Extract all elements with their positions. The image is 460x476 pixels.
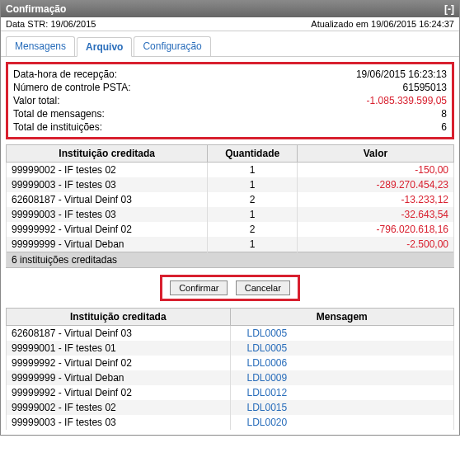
- summary-value-mensagens: 8: [441, 108, 447, 120]
- message-link[interactable]: LDL0020: [247, 417, 288, 428]
- cell-instituicao: 99999992 - Virtual Deinf 02: [7, 222, 208, 237]
- cell-instituicao: 62608187 - Virtual Deinf 03: [7, 326, 231, 342]
- button-row: Confirmar Cancelar: [6, 268, 454, 308]
- messages-table: Instituição creditada Mensagem 62608187 …: [6, 308, 454, 430]
- cell-instituicao: 62608187 - Virtual Deinf 03: [7, 192, 208, 207]
- cell-instituicao: 99999999 - Virtual Deban: [7, 237, 208, 252]
- table-row: 99999992 - Virtual Deinf 022-796.020.618…: [7, 222, 454, 237]
- cell-valor: -289.270.454,23: [297, 177, 453, 192]
- button-highlight-box: Confirmar Cancelar: [160, 275, 300, 301]
- table-row: 99999001 - IF testes 01LDL0005: [7, 341, 454, 356]
- cell-instituicao: 99999003 - IF testes 03: [7, 415, 231, 430]
- message-link[interactable]: LDL0015: [247, 402, 288, 413]
- cancel-button[interactable]: Cancelar: [236, 280, 290, 295]
- table-row: 99999999 - Virtual DebanLDL0009: [7, 370, 454, 385]
- table-row: 99999992 - Virtual Deinf 02LDL0012: [7, 385, 454, 400]
- cell-mensagem: LDL0020: [230, 415, 454, 430]
- message-link[interactable]: LDL0005: [247, 342, 288, 354]
- col-header-instituicao: Instituição creditada: [7, 145, 208, 163]
- summary-box: Data-hora de recepção: 19/06/2015 16:23:…: [6, 62, 454, 139]
- cell-quantidade: 1: [208, 237, 298, 252]
- cell-instituicao: 99999002 - IF testes 02: [7, 163, 208, 178]
- cell-instituicao: 99999003 - IF testes 03: [7, 207, 208, 222]
- content-area: Data-hora de recepção: 19/06/2015 16:23:…: [1, 57, 459, 435]
- message-link[interactable]: LDL0006: [247, 357, 288, 369]
- table-row: 99999002 - IF testes 021-150,00: [7, 163, 454, 178]
- table-footer-count: 6 instituições creditadas: [7, 252, 454, 268]
- close-icon[interactable]: [-]: [444, 3, 454, 15]
- summary-label-mensagens: Total de mensagens:: [13, 108, 105, 120]
- cell-valor: -32.643,54: [297, 207, 453, 222]
- table-row: 99999003 - IF testes 031-32.643,54: [7, 207, 454, 222]
- cell-mensagem: LDL0015: [230, 400, 454, 415]
- tab-arquivo[interactable]: Arquivo: [77, 37, 132, 57]
- message-link[interactable]: LDL0009: [247, 372, 288, 384]
- summary-label-datahora: Data-hora de recepção:: [13, 68, 117, 80]
- col-header-quantidade: Quantidade: [208, 145, 298, 163]
- cell-instituicao: 99999992 - Virtual Deinf 02: [7, 385, 231, 400]
- cell-instituicao: 99999003 - IF testes 03: [7, 177, 208, 192]
- summary-value-valor: -1.085.339.599,05: [367, 95, 447, 106]
- table-row: 99999999 - Virtual Deban1-2.500,00: [7, 237, 454, 252]
- table-row: 99999992 - Virtual Deinf 02LDL0006: [7, 356, 454, 370]
- dialog-title: Confirmação: [6, 3, 66, 15]
- titlebar: Confirmação [-]: [1, 1, 459, 17]
- table-row: 99999003 - IF testes 03LDL0020: [7, 415, 454, 430]
- tab-configuracao[interactable]: Configuração: [134, 36, 210, 56]
- cell-quantidade: 1: [208, 207, 298, 222]
- summary-label-valor: Valor total:: [13, 95, 59, 106]
- cell-instituicao: 99999001 - IF testes 01: [7, 341, 231, 356]
- status-bar: Data STR: 19/06/2015 Atualizado em 19/06…: [1, 17, 459, 31]
- col2-header-mensagem: Mensagem: [230, 309, 454, 326]
- cell-valor: -150,00: [297, 163, 453, 178]
- table-row: 99999003 - IF testes 031-289.270.454,23: [7, 177, 454, 192]
- cell-mensagem: LDL0005: [230, 341, 454, 356]
- message-link[interactable]: LDL0012: [247, 387, 288, 398]
- cell-mensagem: LDL0012: [230, 385, 454, 400]
- cell-valor: -2.500,00: [297, 237, 453, 252]
- cell-mensagem: LDL0006: [230, 356, 454, 370]
- col-header-valor: Valor: [297, 145, 453, 163]
- cell-quantidade: 1: [208, 177, 298, 192]
- message-link[interactable]: LDL0005: [247, 328, 288, 339]
- table-row: 62608187 - Virtual Deinf 032-13.233,12: [7, 192, 454, 207]
- cell-instituicao: 99999992 - Virtual Deinf 02: [7, 356, 231, 370]
- tab-mensagens[interactable]: Mensagens: [6, 36, 75, 56]
- confirm-button[interactable]: Confirmar: [170, 280, 228, 295]
- summary-value-datahora: 19/06/2015 16:23:13: [356, 68, 447, 80]
- table-row: 99999002 - IF testes 02LDL0015: [7, 400, 454, 415]
- summary-value-controle: 61595013: [403, 82, 447, 93]
- cell-instituicao: 99999002 - IF testes 02: [7, 400, 231, 415]
- status-updated: Atualizado em 19/06/2015 16:24:37: [311, 19, 454, 29]
- table-row: 62608187 - Virtual Deinf 03LDL0005: [7, 326, 454, 342]
- cell-quantidade: 2: [208, 222, 298, 237]
- summary-label-controle: Número de controle PSTA:: [13, 82, 131, 93]
- cell-valor: -796.020.618,16: [297, 222, 453, 237]
- credited-table: Instituição creditada Quantidade Valor 9…: [6, 144, 454, 268]
- cell-mensagem: LDL0005: [230, 326, 454, 342]
- summary-label-instituicoes: Total de instituições:: [13, 121, 102, 133]
- cell-instituicao: 99999999 - Virtual Deban: [7, 370, 231, 385]
- status-date-str: Data STR: 19/06/2015: [6, 19, 96, 29]
- summary-value-instituicoes: 6: [441, 121, 447, 133]
- tab-strip: Mensagens Arquivo Configuração: [1, 31, 459, 57]
- cell-quantidade: 2: [208, 192, 298, 207]
- cell-valor: -13.233,12: [297, 192, 453, 207]
- col2-header-instituicao: Instituição creditada: [7, 309, 231, 326]
- cell-mensagem: LDL0009: [230, 370, 454, 385]
- confirmation-dialog: Confirmação [-] Data STR: 19/06/2015 Atu…: [0, 0, 460, 436]
- cell-quantidade: 1: [208, 163, 298, 178]
